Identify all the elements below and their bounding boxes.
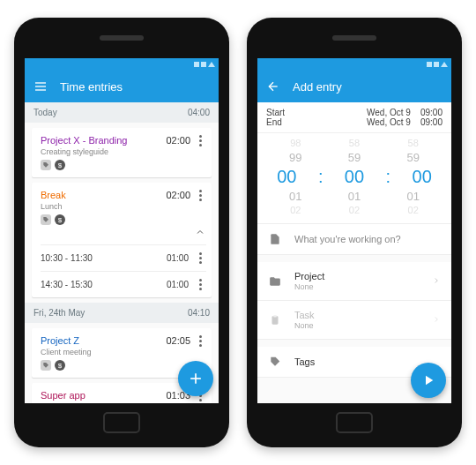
start-time: 09:00: [420, 108, 443, 117]
project-field[interactable]: Project None: [257, 262, 451, 301]
section-total: 04:10: [188, 308, 210, 318]
entry-duration: 02:00: [166, 190, 194, 200]
start-timer-fab[interactable]: [411, 363, 446, 398]
description-icon: [268, 233, 282, 245]
billable-icon: $: [55, 214, 65, 225]
description-field[interactable]: What you're working on?: [257, 224, 451, 255]
section-total: 04:00: [188, 108, 210, 117]
billable-icon: $: [55, 160, 65, 170]
chevron-right-icon: [432, 276, 441, 287]
entry-duration: 02:00: [166, 135, 194, 146]
entry-card[interactable]: Project X - Branding Creating styleguide…: [32, 128, 212, 177]
entry-duration: 02:05: [166, 335, 194, 346]
entry-subtitle: Fixing bug #2321: [41, 402, 166, 403]
add-entry-form: Start Wed, Oct 9 09:00 End Wed, Oct 9 09…: [257, 102, 451, 403]
billable-icon: $: [55, 360, 65, 371]
end-date: Wed, Oct 9: [367, 117, 411, 127]
entry-menu-button[interactable]: [194, 190, 206, 201]
chevron-right-icon: [432, 315, 441, 326]
add-entry-fab[interactable]: [178, 361, 213, 396]
folder-icon: [268, 275, 282, 288]
entry-menu-button[interactable]: [194, 279, 206, 290]
appbar-title: Time entries: [60, 80, 123, 94]
back-arrow-icon[interactable]: [266, 79, 280, 94]
appbar: Add entry: [257, 71, 451, 102]
collapse-icon[interactable]: [194, 227, 206, 237]
picker-seconds: 00: [413, 167, 432, 187]
tag-icon: [41, 160, 51, 170]
end-time: 09:00: [420, 117, 443, 127]
task-field: Task None: [257, 301, 451, 340]
tag-icon: [41, 214, 51, 225]
status-icon: [194, 62, 199, 67]
section-label: Fri, 24th May: [33, 308, 85, 318]
entry-subtitle: Lunch: [41, 202, 166, 211]
entries-list: Today 04:00 Project X - Branding Creatin…: [25, 102, 219, 403]
subentry-range: 10:30 - 11:30: [41, 253, 93, 263]
subentry-range: 14:30 - 15:30: [41, 280, 93, 289]
statusbar: [25, 58, 219, 71]
entry-menu-button[interactable]: [194, 135, 206, 146]
status-icon: [441, 62, 448, 67]
project-value: None: [294, 282, 420, 291]
entry-subtitle: Creating styleguide: [41, 147, 166, 156]
svg-marker-8: [426, 376, 433, 386]
section-header: Fri, 24th May 04:10: [25, 303, 219, 323]
picker-minutes: 00: [345, 167, 364, 187]
entry-card[interactable]: Break Lunch $ 02:00: [32, 183, 212, 297]
start-end-block[interactable]: Start Wed, Oct 9 09:00 End Wed, Oct 9 09…: [257, 102, 451, 133]
status-icon: [201, 62, 206, 67]
status-icon: [208, 62, 215, 67]
screen-left: Time entries Today 04:00 Project X - Bra…: [25, 58, 219, 403]
entry-title: Project Z: [41, 335, 166, 346]
subentry-row[interactable]: 14:30 - 15:30 01:00: [41, 271, 206, 290]
entry-title: Project X - Branding: [41, 135, 166, 146]
duration-picker[interactable]: 98 58 58 99 59 59 00 : 00 : 00 01: [257, 133, 451, 224]
clipboard-icon: [268, 314, 282, 326]
subentry-row[interactable]: 10:30 - 11:30 01:00: [41, 244, 206, 264]
appbar: Time entries: [25, 71, 219, 102]
entry-subtitle: Client meeting: [41, 348, 166, 356]
project-label: Project: [294, 271, 420, 281]
task-value: None: [294, 321, 420, 330]
section-header: Today 04:00: [25, 102, 219, 123]
section-label: Today: [33, 108, 57, 117]
phone-left: Time entries Today 04:00 Project X - Bra…: [14, 18, 229, 447]
end-label: End: [266, 117, 282, 127]
start-date: Wed, Oct 9: [367, 108, 411, 117]
entry-title: Super app: [41, 390, 166, 401]
svg-rect-6: [272, 316, 279, 324]
description-placeholder: What you're working on?: [294, 234, 401, 244]
subentry-duration: 01:00: [167, 280, 189, 289]
status-icon: [434, 62, 439, 67]
screen-right: Add entry Start Wed, Oct 9 09:00 End Wed…: [257, 58, 451, 403]
task-label: Task: [294, 310, 420, 320]
statusbar: [257, 58, 451, 71]
start-label: Start: [266, 108, 285, 117]
picker-hours: 00: [277, 167, 296, 187]
tag-icon: [41, 360, 51, 371]
tag-icon: [268, 356, 282, 368]
entry-title: Break: [41, 190, 166, 200]
hamburger-menu-icon[interactable]: [33, 79, 48, 94]
entry-menu-button[interactable]: [194, 252, 206, 264]
phone-right: Add entry Start Wed, Oct 9 09:00 End Wed…: [247, 18, 462, 447]
appbar-title: Add entry: [293, 80, 342, 94]
entry-menu-button[interactable]: [194, 335, 206, 347]
svg-rect-7: [273, 315, 277, 317]
subentry-duration: 01:00: [167, 253, 189, 263]
status-icon: [427, 62, 432, 67]
